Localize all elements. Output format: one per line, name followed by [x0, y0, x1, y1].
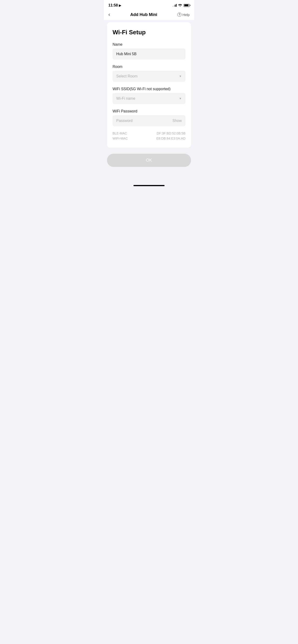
wifi-password-field-group: WiFi Password Password Show [113, 109, 185, 126]
ble-mac-value: DF:3F:BD:52:0B:5B [157, 132, 185, 135]
name-value: Hub Mini 5B [116, 52, 136, 56]
signal-bar-4 [176, 4, 177, 7]
signal-bar-3 [175, 5, 175, 7]
section-title: Wi-Fi Setup [113, 29, 185, 36]
room-field-group: Room Select Room ▼ [113, 65, 185, 82]
ble-mac-label: BLE-MAC [113, 132, 127, 135]
home-indicator [104, 183, 194, 188]
wifi-mac-value: E8:DB:84:E3:0A:AD [156, 136, 185, 140]
status-icons [172, 4, 190, 8]
ble-mac-row: BLE-MAC DF:3F:BD:52:0B:5B [113, 132, 185, 135]
password-input[interactable]: Password Show [113, 115, 185, 126]
wifi-ssid-field-group: WiFi SSID(5G Wi-Fi not supported) Wi-Fi … [113, 87, 185, 104]
show-password-button[interactable]: Show [172, 119, 182, 123]
wifi-mac-row: WIFI-MAC E8:DB:84:E3:0A:AD [113, 136, 185, 140]
time-display: 11:58 [108, 3, 118, 8]
wifi-ssid-placeholder: Wi-Fi name [116, 96, 135, 100]
signal-bar-1 [172, 6, 173, 7]
wifi-ssid-dropdown-icon: ▼ [179, 97, 182, 100]
name-label: Name [113, 42, 185, 46]
location-icon: ▶ [119, 4, 121, 7]
bottom-space [104, 174, 194, 183]
room-select[interactable]: Select Room ▼ [113, 71, 185, 82]
status-time: 11:58 ▶ [108, 3, 121, 8]
mac-info: BLE-MAC DF:3F:BD:52:0B:5B WIFI-MAC E8:DB… [113, 132, 185, 140]
room-placeholder: Select Room [116, 74, 138, 78]
status-bar: 11:58 ▶ [104, 0, 194, 9]
name-field-group: Name Hub Mini 5B [113, 42, 185, 60]
wifi-ssid-select[interactable]: Wi-Fi name ▼ [113, 93, 185, 104]
battery-fill [184, 4, 189, 6]
help-label: Help [182, 13, 190, 17]
wifi-password-label: WiFi Password [113, 109, 185, 113]
help-button[interactable]: ? Help [177, 12, 190, 17]
back-button[interactable]: ‹ [108, 12, 110, 17]
content-card: Wi-Fi Setup Name Hub Mini 5B Room Select… [107, 22, 191, 148]
home-bar [133, 185, 165, 186]
help-circle-icon: ? [177, 12, 181, 17]
signal-bars [172, 4, 177, 7]
back-arrow-icon: ‹ [108, 12, 110, 17]
room-dropdown-icon: ▼ [179, 75, 182, 78]
wifi-mac-label: WIFI-MAC [113, 136, 128, 140]
ok-button[interactable]: OK [107, 154, 191, 167]
room-label: Room [113, 65, 185, 69]
wifi-ssid-label: WiFi SSID(5G Wi-Fi not supported) [113, 87, 185, 91]
name-input[interactable]: Hub Mini 5B [113, 48, 185, 60]
password-placeholder: Password [116, 119, 133, 123]
page-title: Add Hub Mini [130, 12, 157, 17]
nav-bar: ‹ Add Hub Mini ? Help [104, 9, 194, 20]
signal-bar-2 [174, 5, 174, 7]
ok-button-container: OK [104, 150, 194, 174]
battery-icon [184, 4, 190, 7]
wifi-icon [178, 4, 182, 8]
